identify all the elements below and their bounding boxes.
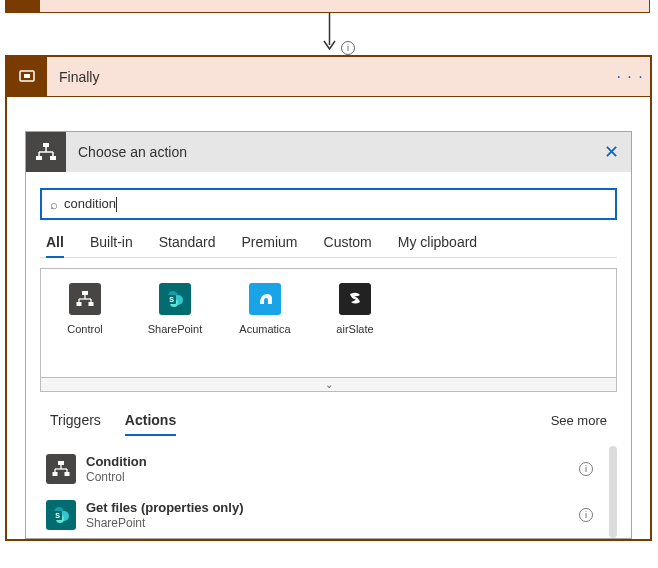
previous-step-card <box>5 0 650 13</box>
finally-icon <box>7 57 47 97</box>
scrollbar[interactable] <box>609 446 617 538</box>
finally-header[interactable]: Finally · · · <box>7 57 650 97</box>
tab-actions[interactable]: Actions <box>125 412 176 436</box>
svg-rect-3 <box>43 143 49 147</box>
connector-airslate[interactable]: airSlate <box>327 283 383 365</box>
search-input[interactable]: condition <box>64 196 117 212</box>
info-icon[interactable]: i <box>579 508 593 522</box>
svg-text:S: S <box>169 296 174 303</box>
filter-tabs: AllBuilt-inStandardPremiumCustomMy clipb… <box>40 220 617 258</box>
action-picker-title: Choose an action <box>66 144 591 160</box>
airslate-icon <box>339 283 371 315</box>
svg-rect-8 <box>36 156 42 160</box>
filter-tab-my-clipboard[interactable]: My clipboard <box>398 234 477 258</box>
info-icon[interactable]: i <box>579 462 593 476</box>
filter-tab-standard[interactable]: Standard <box>159 234 216 258</box>
see-more-link[interactable]: See more <box>551 413 607 428</box>
control-icon <box>69 283 101 315</box>
svg-text:S: S <box>55 512 60 519</box>
svg-rect-9 <box>50 156 56 160</box>
svg-rect-16 <box>89 302 94 306</box>
result-subtitle: SharePoint <box>86 516 569 530</box>
connector-label: SharePoint <box>148 323 202 335</box>
svg-rect-23 <box>58 461 64 465</box>
result-subtitle: Control <box>86 470 569 484</box>
connector-sharepoint[interactable]: SSharePoint <box>147 283 203 365</box>
result-item[interactable]: ConditionControli <box>40 446 603 492</box>
svg-rect-15 <box>77 302 82 306</box>
filter-tab-built-in[interactable]: Built-in <box>90 234 133 258</box>
result-list: ConditionControliSGet files (properties … <box>40 446 617 538</box>
search-icon: ⌕ <box>50 197 58 212</box>
svg-rect-29 <box>65 472 70 476</box>
result-item[interactable]: SGet files (properties only)SharePointi <box>40 492 603 538</box>
connector-control[interactable]: Control <box>57 283 113 365</box>
choose-action-icon <box>26 132 66 172</box>
svg-rect-2 <box>24 74 30 78</box>
connector-label: Control <box>67 323 102 335</box>
svg-rect-28 <box>53 472 58 476</box>
action-picker-panel: Choose an action ✕ ⌕ condition AllBuilt-… <box>25 131 632 539</box>
filter-tab-all[interactable]: All <box>46 234 64 258</box>
info-icon[interactable]: i <box>341 41 355 55</box>
sharepoint-icon: S <box>159 283 191 315</box>
expand-connectors-button[interactable]: ⌄ <box>41 377 616 391</box>
finally-card: Finally · · · Choose an action <box>5 55 652 541</box>
action-picker-header: Choose an action ✕ <box>26 132 631 172</box>
sharepoint-icon: S <box>46 500 76 530</box>
result-title: Condition <box>86 454 569 470</box>
result-tabs-row: Triggers Actions See more <box>40 392 617 436</box>
acumatica-icon <box>249 283 281 315</box>
flow-connector: i <box>0 13 658 53</box>
connector-grid: ControlSSharePointAcumaticaairSlate <box>41 269 616 377</box>
close-icon[interactable]: ✕ <box>591 141 631 163</box>
connector-acumatica[interactable]: Acumatica <box>237 283 293 365</box>
previous-step-icon <box>5 0 40 13</box>
connector-box: ControlSSharePointAcumaticaairSlate ⌄ <box>40 268 617 392</box>
svg-rect-22 <box>254 288 276 310</box>
finally-menu-button[interactable]: · · · <box>610 68 650 86</box>
filter-tab-premium[interactable]: Premium <box>242 234 298 258</box>
filter-tab-custom[interactable]: Custom <box>324 234 372 258</box>
tab-triggers[interactable]: Triggers <box>50 412 101 436</box>
connector-label: Acumatica <box>239 323 290 335</box>
control-icon <box>46 454 76 484</box>
connector-label: airSlate <box>336 323 373 335</box>
result-title: Get files (properties only) <box>86 500 569 516</box>
svg-rect-10 <box>82 291 88 295</box>
finally-title: Finally <box>47 69 610 85</box>
search-box[interactable]: ⌕ condition <box>40 188 617 220</box>
